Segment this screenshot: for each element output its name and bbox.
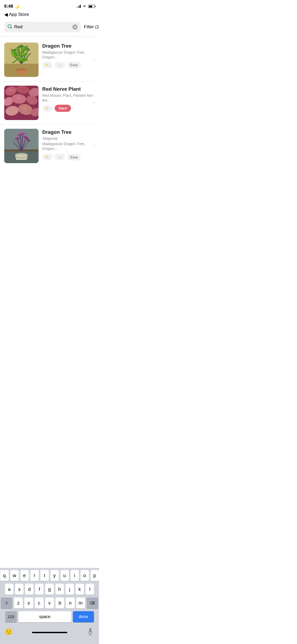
moon-icon: 🌙 [15,4,19,8]
search-divider [0,36,99,37]
search-input[interactable] [14,24,70,30]
plant-name: Red Nerve Plant [42,86,95,92]
nav-bar: ◀ App Store [0,11,99,20]
status-time: 6:48 [4,4,13,9]
cloud-tag: ☁️ [55,62,65,68]
plant-name: Dragon Tree [42,129,95,135]
plant-name: Dragon Tree [42,43,95,49]
svg-line-1 [11,27,12,29]
wifi-icon [82,4,87,9]
svg-point-13 [16,46,21,49]
chevron-right-icon: › [93,144,95,148]
svg-point-12 [12,48,17,52]
plant-thumbnail [4,129,39,163]
svg-point-14 [19,45,23,47]
plant-subtitle: Red Mosaic Plant, Painted Net-lea... [42,93,95,103]
plant-image [4,86,39,120]
plant-item[interactable]: Dragon Tree Madagascar Dragon Tree, Drag… [0,38,99,81]
svg-line-8 [21,48,24,64]
back-label: App Store [9,12,29,17]
sun-tag: ⛅ [42,105,53,112]
search-icon [7,24,12,30]
plant-item[interactable]: Dragon Tree 'Magenta' Madagascar Dragon … [0,125,99,167]
search-bar[interactable]: ✕ [4,22,81,32]
svg-line-5 [15,50,21,64]
plant-item[interactable]: Red Nerve Plant Red Mosaic Plant, Painte… [0,81,99,125]
back-arrow-icon: ◀ [4,12,8,17]
plant-image [4,129,39,163]
status-bar: 6:48 🌙 [0,0,99,11]
svg-line-10 [21,53,31,64]
plant-subtitle: 'Magenta' [42,136,95,141]
plant-info: Dragon Tree Madagascar Dragon Tree, Drag… [42,43,95,68]
cloud-icon: ☁️ [58,63,62,67]
plant-info: Dragon Tree 'Magenta' Madagascar Dragon … [42,129,95,160]
sun-tag: ⛅ [42,154,53,160]
chevron-right-icon: › [93,57,95,62]
svg-line-9 [21,50,28,64]
battery-icon [88,5,95,8]
partly-sun-icon: ⛅ [45,107,49,110]
difficulty-tag-easy: Easy [67,62,81,68]
plant-tags: ⛅ Hard [42,105,95,112]
plant-info: Red Nerve Plant Red Mosaic Plant, Painte… [42,86,95,112]
svg-line-6 [19,48,21,64]
cloud-icon: ☁️ [58,155,62,159]
search-clear-button[interactable]: ✕ [72,24,78,30]
partly-sun-icon: ⛅ [45,63,49,67]
status-icons [76,4,95,9]
plant-tags: ⛅ ☁️ Easy [42,62,95,68]
sun-tag: ⛅ [42,62,53,68]
plant-tags: ⛅ ☁️ Easy [42,154,95,160]
svg-line-11 [12,54,21,64]
difficulty-label: Easy [70,155,78,159]
svg-point-15 [22,46,26,49]
difficulty-tag-easy: Easy [67,154,81,160]
plant-subtitle2: Madagascar Dragon Tree, Dragon... [42,141,95,151]
back-button[interactable]: ◀ App Store [4,12,29,17]
search-area: ✕ Filter (1) [0,20,99,35]
plant-image [4,43,39,77]
difficulty-tag-hard: Hard [55,105,71,112]
plant-thumbnail [4,86,39,120]
partly-sun-icon: ⛅ [45,155,49,159]
plant-list: Dragon Tree Madagascar Dragon Tree, Drag… [0,38,99,167]
difficulty-label: Easy [70,63,78,67]
signal-icon [76,5,81,8]
filter-button[interactable]: Filter (1) [84,24,99,30]
chevron-right-icon: › [93,100,95,105]
plant-subtitle: Madagascar Dragon Tree, Dragon... [42,50,95,59]
cloud-tag: ☁️ [55,154,65,160]
plant-thumbnail [4,43,39,77]
